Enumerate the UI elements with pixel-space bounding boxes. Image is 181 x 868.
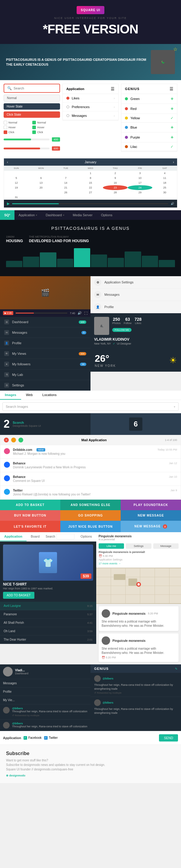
go-shopping-btn[interactable]: GO SHOPPING — [60, 510, 121, 521]
shop-tab-board[interactable]: Board — [27, 532, 44, 541]
mail-item-behance2[interactable]: Behance Comment on Square UI Jan 10 — [0, 472, 181, 486]
video-play-btn[interactable]: ▶ 2:35 — [3, 311, 13, 315]
settings-item-profile[interactable]: 👤 Profile — [90, 301, 181, 313]
star-icon[interactable]: ☆ — [173, 46, 177, 52]
checkbox-checked-green[interactable] — [32, 121, 36, 124]
genius-item-red[interactable]: Red + — [121, 104, 177, 114]
settings-item-messages[interactable]: ✉ Messages — [90, 288, 181, 301]
twitter-checkbox[interactable]: ✓ — [44, 736, 48, 740]
mail-close-btn[interactable]: ✕ — [4, 438, 9, 442]
app-msg-item-prefs[interactable]: Preferences › — [63, 103, 119, 112]
sidebar-item-messages[interactable]: ✉Messages 5 — [0, 328, 90, 338]
send-button[interactable]: SEND — [159, 734, 178, 742]
genius-plus-purple[interactable]: + — [171, 135, 174, 140]
music-item-2[interactable]: Paramore 5:37 — [0, 610, 96, 619]
sidebar-item-myviews[interactable]: 👁My Views 334 — [0, 348, 90, 359]
cal-highlight-day[interactable]: 23 — [103, 185, 128, 190]
add-basket-btn[interactable]: ADD TO BASKET — [0, 500, 60, 510]
video-volume-icon[interactable]: 🔊 — [78, 311, 82, 315]
genius-menu-icon[interactable]: ☰ — [170, 87, 174, 91]
genius-item-lilac[interactable]: Lilac ✓ — [121, 143, 177, 151]
settings-item-app[interactable]: ⚙ Application Settings — [90, 276, 181, 288]
app-msg-menu-icon[interactable]: ☰ — [111, 87, 114, 91]
mail-minimize-btn[interactable] — [11, 438, 16, 442]
genius-item-blue[interactable]: Blue + — [121, 123, 177, 132]
nice-blue-btn[interactable]: JUST NICE BLUE BUTTON — [60, 521, 121, 532]
shop-tab-application[interactable]: Application — [0, 532, 27, 541]
cal-next-btn[interactable]: › — [173, 160, 174, 164]
sidebar-item-mylab[interactable]: ⚗My Lab — [0, 370, 90, 380]
music-item-3[interactable]: All Shall Perish 4:41 — [0, 619, 96, 627]
genius-check-yellow[interactable]: ✓ — [171, 116, 174, 120]
sidebar-item-profile[interactable]: 👤Profile — [0, 338, 90, 348]
checkbox-unchecked[interactable] — [4, 121, 7, 124]
genius-feed-edit-btn[interactable]: ✎ — [175, 667, 177, 671]
checkbox-hover[interactable] — [4, 126, 7, 129]
tab-web[interactable]: Web — [21, 391, 37, 400]
music-item-4[interactable]: Oh Land 3:59 — [0, 627, 96, 636]
click-state[interactable]: Click State — [4, 112, 60, 118]
checkbox-click-checked[interactable] — [32, 130, 36, 134]
nav-item-application[interactable]: Application ▾ — [15, 210, 42, 220]
send-cb-facebook[interactable]: ✓ Facebook — [24, 736, 42, 740]
shop-tab-options[interactable]: Options — [76, 532, 96, 541]
add-to-basket-btn[interactable]: ADD TO BASKET — [3, 592, 34, 599]
checkbox-hover-checked[interactable] — [32, 126, 36, 129]
mail-maximize-btn[interactable] — [18, 438, 23, 442]
mail-item-twitter[interactable]: Twitter Jonno Riekwel (@Jonnita) is now … — [0, 486, 181, 499]
search-images-input[interactable]: Search Images ▾ — [2, 402, 179, 411]
search-input[interactable] — [14, 87, 56, 90]
play-soundtrack-btn[interactable]: PLAY SOUNDTRACK — [121, 500, 181, 510]
lets-favorite-btn[interactable]: LET'S FAVORITE IT — [0, 521, 60, 532]
cal-prev-btn[interactable]: ‹ — [7, 160, 8, 164]
cb-click-unchecked[interactable]: Click — [4, 130, 31, 134]
genius-plus-green[interactable]: + — [171, 96, 174, 101]
nav-item-options[interactable]: Options — [97, 210, 117, 220]
audio-progress[interactable] — [12, 203, 168, 204]
sidebar-item-followers[interactable]: ♥My followers 36 — [0, 359, 90, 370]
cb-normal-unchecked[interactable]: Normal — [4, 121, 31, 124]
cb-click-checked[interactable]: Click — [32, 130, 60, 134]
send-cb-twitter[interactable]: ✓ Twitter — [44, 736, 58, 740]
mail-item-dribbble[interactable]: Dribbble.com NEW Michael J. Morgan is no… — [0, 445, 181, 459]
cal-today[interactable]: 24 — [128, 185, 152, 190]
new-message-btn-1[interactable]: NEW MESSAGE — [121, 510, 181, 521]
tab-locations[interactable]: Locations — [37, 391, 61, 400]
search-input-box[interactable]: 🔍 — [4, 84, 60, 93]
genius-item-yellow[interactable]: Yellow ✓ — [121, 114, 177, 123]
video-fullscreen-icon[interactable]: ⛶ — [84, 311, 87, 315]
search-dropdown-icon[interactable]: ▾ — [174, 405, 175, 408]
genius-item-purple[interactable]: Purple + — [121, 132, 177, 143]
app-msg-item-messages[interactable]: Messages › — [63, 112, 119, 120]
music-item-1[interactable]: Avril Lavigne 8:15 — [0, 602, 96, 610]
cb-normal-checked[interactable]: Normal — [32, 121, 60, 124]
product-image: 👕 $39 — [3, 545, 93, 581]
play-icon[interactable]: ▶ — [7, 202, 10, 206]
like-me-btn[interactable]: Like me — [99, 543, 124, 549]
shop-search-input[interactable] — [56, 534, 75, 539]
follow-button[interactable]: FOLLOW ME — [112, 328, 131, 332]
genius-item-green[interactable]: Green + — [121, 94, 177, 104]
nav-item-dashboard[interactable]: Dashboard ▾ — [41, 210, 69, 220]
nav-item-media[interactable]: Media Server — [69, 210, 97, 220]
sidebar-item-settings[interactable]: ⚙Settings — [0, 380, 90, 391]
app-msg-item-likes[interactable]: Likes › — [63, 94, 119, 103]
buy-now-btn[interactable]: BUY NOW BUTTON — [0, 510, 60, 521]
music-item-5[interactable]: The Dear Hunter 2:01 — [0, 636, 96, 644]
new-message-btn-2[interactable]: NEW MESSAGE 2 — [121, 521, 181, 532]
settings-btn-pinguicule[interactable]: Settings — [126, 543, 151, 549]
checkbox-click[interactable] — [4, 130, 7, 134]
cb-hover-checked[interactable]: Hover — [32, 126, 60, 129]
video-progress[interactable] — [16, 313, 68, 313]
sidebar-item-dashboard[interactable]: ⊞Dashboard 100 — [0, 317, 90, 328]
more-events-link[interactable]: 17 more events → — [99, 562, 179, 565]
genius-plus-blue[interactable]: + — [171, 125, 174, 130]
genius-check-lilac[interactable]: ✓ — [171, 145, 174, 149]
tab-images[interactable]: Images — [0, 391, 21, 400]
genius-plus-red[interactable]: + — [171, 106, 174, 112]
message-btn-pinguicule[interactable]: Message — [153, 543, 179, 549]
something-else-btn[interactable]: AND SOMETHING ELSE — [60, 500, 121, 510]
facebook-checkbox[interactable]: ✓ — [24, 736, 27, 740]
mail-item-behance1[interactable]: Behance Dominik Lauryniewski Posted a Ne… — [0, 459, 181, 472]
cb-hover-unchecked[interactable]: Hover — [4, 126, 31, 129]
